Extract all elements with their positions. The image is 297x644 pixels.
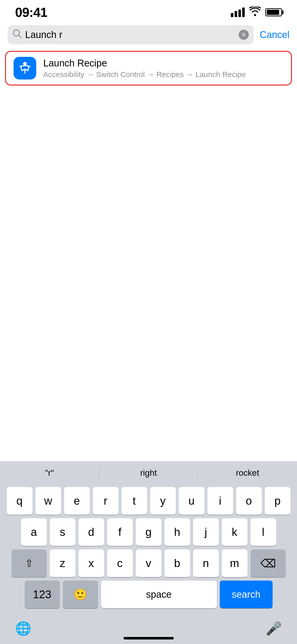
numeric-label: 123 — [33, 588, 51, 601]
key-n-label: n — [203, 557, 209, 570]
space-label: space — [146, 589, 172, 600]
key-y[interactable]: y — [150, 487, 176, 515]
key-q[interactable]: q — [7, 487, 32, 515]
status-icons — [231, 7, 282, 18]
svg-point-2 — [23, 62, 27, 65]
autocomplete-item-3[interactable]: rocket — [198, 462, 297, 484]
key-row-4: 123 🙂 space search — [2, 581, 295, 608]
key-h[interactable]: h — [164, 518, 190, 546]
battery-fill — [267, 10, 279, 15]
signal-bars-icon — [231, 8, 245, 17]
battery-icon — [265, 8, 282, 16]
key-m[interactable]: m — [222, 549, 247, 577]
keyboard-area: "r" right rocket q w e r t y u i o p a s… — [0, 461, 297, 644]
key-e[interactable]: e — [64, 487, 90, 515]
key-g[interactable]: g — [136, 518, 161, 546]
cancel-button[interactable]: Cancel — [260, 29, 289, 40]
autocomplete-label-1: "r" — [45, 468, 54, 478]
signal-bar-2 — [235, 11, 237, 17]
key-c-label: c — [117, 557, 123, 570]
key-a-label: a — [31, 526, 37, 538]
key-j[interactable]: j — [193, 518, 219, 546]
key-j-label: j — [205, 526, 207, 538]
key-f-label: f — [118, 526, 121, 538]
key-b[interactable]: b — [164, 549, 190, 577]
key-row-3: ⇧ z x c v b n m ⌫ — [2, 549, 295, 577]
search-bar-container: Launch r ✕ Cancel — [0, 25, 297, 44]
key-g-label: g — [145, 526, 151, 538]
key-n[interactable]: n — [193, 549, 219, 577]
shift-key[interactable]: ⇧ — [12, 549, 47, 577]
microphone-icon[interactable]: 🎤 — [266, 621, 282, 636]
autocomplete-item-1[interactable]: "r" — [0, 462, 99, 484]
key-p[interactable]: p — [265, 487, 290, 515]
key-u-label: u — [188, 495, 194, 507]
key-z-label: z — [60, 557, 65, 570]
key-d[interactable]: d — [78, 518, 104, 546]
autocomplete-label-3: rocket — [236, 468, 259, 478]
search-input[interactable]: Launch r — [25, 29, 235, 40]
emoji-icon: 🙂 — [73, 588, 87, 601]
key-i-label: i — [219, 495, 222, 507]
key-v[interactable]: v — [136, 549, 161, 577]
key-f[interactable]: f — [107, 518, 133, 546]
key-x[interactable]: x — [78, 549, 104, 577]
key-row-1: q w e r t y u i o p — [2, 487, 295, 515]
status-time: 09:41 — [15, 5, 47, 20]
keyboard-rows: q w e r t y u i o p a s d f g h j k l ⇧ — [0, 484, 297, 614]
search-results: Launch Recipe Accessibility → Switch Con… — [0, 44, 297, 92]
key-v-label: v — [146, 557, 151, 570]
key-k[interactable]: k — [222, 518, 247, 546]
search-clear-button[interactable]: ✕ — [239, 30, 249, 40]
key-q-label: q — [16, 495, 22, 507]
key-x-label: x — [89, 557, 94, 570]
autocomplete-bar: "r" right rocket — [0, 461, 297, 484]
signal-bar-1 — [231, 13, 233, 17]
key-u[interactable]: u — [179, 487, 204, 515]
key-o[interactable]: o — [236, 487, 262, 515]
result-title: Launch Recipe — [43, 58, 283, 69]
key-k-label: k — [232, 526, 237, 538]
key-l[interactable]: l — [250, 518, 276, 546]
search-key[interactable]: search — [220, 581, 273, 608]
search-result-item[interactable]: Launch Recipe Accessibility → Switch Con… — [5, 51, 292, 86]
key-a[interactable]: a — [21, 518, 47, 546]
result-breadcrumb: Accessibility → Switch Control → Recipes… — [43, 70, 283, 79]
bottom-bar: 🌐 🎤 — [0, 614, 297, 644]
search-input-wrapper[interactable]: Launch r ✕ — [8, 25, 254, 44]
key-o-label: o — [246, 495, 252, 507]
signal-bar-3 — [238, 10, 241, 17]
signal-bar-4 — [242, 8, 245, 17]
key-m-label: m — [230, 557, 239, 570]
key-s[interactable]: s — [50, 518, 75, 546]
key-r[interactable]: r — [93, 487, 118, 515]
key-s-label: s — [60, 526, 65, 538]
key-b-label: b — [174, 557, 180, 570]
key-row-2: a s d f g h j k l — [2, 518, 295, 546]
status-bar: 09:41 — [0, 0, 297, 23]
key-i[interactable]: i — [207, 487, 233, 515]
result-text: Launch Recipe Accessibility → Switch Con… — [43, 58, 283, 79]
key-d-label: d — [88, 526, 94, 538]
search-icon — [13, 29, 22, 41]
globe-icon[interactable]: 🌐 — [15, 621, 31, 636]
space-key[interactable]: space — [101, 581, 217, 608]
key-t-label: t — [133, 495, 136, 507]
svg-line-1 — [19, 35, 21, 38]
key-z[interactable]: z — [50, 549, 75, 577]
result-icon — [14, 57, 36, 79]
key-w[interactable]: w — [35, 487, 61, 515]
autocomplete-label-2: right — [140, 468, 157, 478]
home-indicator — [123, 637, 174, 639]
delete-key[interactable]: ⌫ — [250, 549, 286, 577]
shift-icon: ⇧ — [25, 557, 33, 569]
key-l-label: l — [262, 526, 265, 538]
key-t[interactable]: t — [121, 487, 147, 515]
autocomplete-item-2[interactable]: right — [99, 462, 198, 484]
numeric-key[interactable]: 123 — [25, 581, 60, 608]
delete-icon: ⌫ — [260, 557, 276, 570]
key-h-label: h — [174, 526, 180, 538]
emoji-key[interactable]: 🙂 — [63, 581, 98, 608]
key-c[interactable]: c — [107, 549, 133, 577]
key-y-label: y — [160, 495, 166, 507]
